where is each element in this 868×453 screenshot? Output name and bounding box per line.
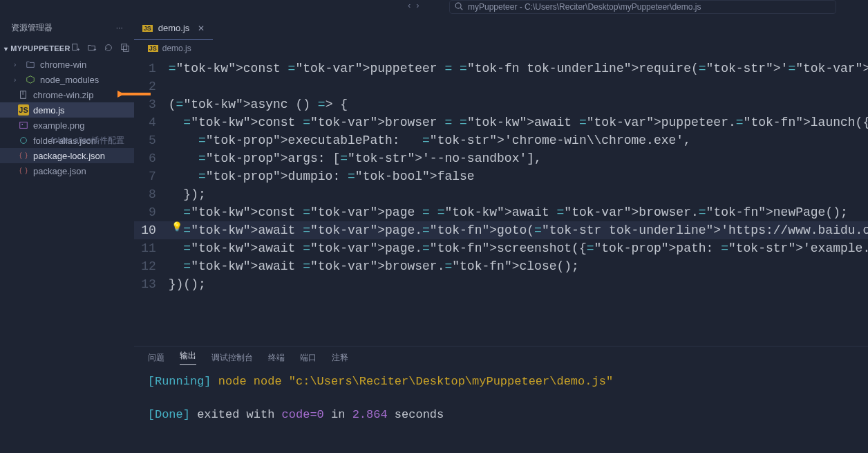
project-actions [70, 43, 130, 55]
explorer-title: 资源管理器 [11, 22, 53, 34]
line-number: 1 [134, 59, 169, 77]
project-name: MYPUPPETEER [10, 44, 70, 53]
code-line[interactable]: 13})(); [134, 275, 868, 293]
panel-tab[interactable]: 问题 [148, 352, 164, 364]
collapse-all-icon[interactable] [120, 43, 130, 55]
code-line[interactable]: 8 }); [134, 185, 868, 203]
js-icon: JS [18, 104, 29, 115]
tree-file[interactable]: folder-alias.jsonfolder alias插件配置 [0, 133, 134, 148]
panel-tabs: 问题输出调试控制台终端端口注释 [134, 346, 868, 369]
project-header[interactable]: ▾ MYPUPPETEER [0, 40, 134, 57]
code-area[interactable]: 💡 1="tok-kw">const ="tok-var">puppeteer … [134, 57, 868, 346]
svg-point-0 [455, 3, 461, 8]
code-line[interactable]: 4 ="tok-kw">const ="tok-var">browser = =… [134, 113, 868, 131]
lightbulb-icon[interactable]: 💡 [171, 221, 182, 232]
nm-icon [25, 74, 36, 85]
main: 资源管理器 ··· ▾ MYPUPPETEER ›chrome-win›node… [0, 15, 868, 453]
tree-file[interactable]: JSdemo.js [0, 102, 134, 118]
output-done-label: [Done] [148, 408, 190, 421]
tree-item-hint: folder alias插件配置 [51, 135, 124, 147]
svg-rect-7 [122, 44, 127, 49]
new-folder-icon[interactable] [87, 43, 97, 55]
line-number: 13 [134, 275, 169, 293]
tree-file[interactable]: package.json [0, 163, 134, 178]
json2-icon [18, 150, 29, 161]
panel-tab[interactable]: 端口 [300, 352, 317, 364]
explorer-header: 资源管理器 ··· [0, 15, 134, 40]
svg-rect-8 [123, 46, 129, 51]
code-line[interactable]: 6 ="tok-prop">args: [="tok-str">'--no-sa… [134, 149, 868, 167]
line-number: 4 [134, 113, 169, 131]
png-icon [18, 120, 29, 131]
editor-tab[interactable]: JSdemo.js✕ [134, 17, 214, 40]
output-cmd: node "c:\Users\Reciter\Desktop\myPuppete… [254, 375, 613, 388]
line-number: 3 [134, 95, 169, 113]
chevron-down-icon: ▾ [4, 45, 8, 53]
tree-item-label: chrome-win [40, 59, 86, 70]
code-line[interactable]: 1="tok-kw">const ="tok-var">puppeteer = … [134, 59, 868, 77]
tree-folder[interactable]: ›node_modules [0, 72, 134, 87]
breadcrumb-text: demo.js [162, 44, 191, 53]
code-line[interactable]: 5 ="tok-prop">executablePath: ="tok-str"… [134, 131, 868, 149]
line-number: 7 [134, 167, 169, 185]
panel-output[interactable]: [Running] node node "c:\Users\Reciter\De… [134, 369, 868, 428]
svg-rect-12 [20, 122, 28, 129]
panel-tab[interactable]: 注释 [332, 352, 348, 364]
breadcrumb[interactable]: JS demo.js [134, 40, 868, 57]
output-running-label: [Running] [148, 375, 211, 388]
nav-forward-icon[interactable]: › [416, 0, 419, 10]
js-icon: JS [142, 25, 153, 32]
line-number: 2 [134, 77, 169, 95]
more-icon[interactable]: ··· [116, 23, 123, 33]
panel-tab[interactable]: 输出 [180, 350, 196, 365]
tree-item-label: node_modules [40, 75, 99, 85]
code-line[interactable]: 2 [134, 77, 868, 95]
line-number: 11 [134, 239, 169, 257]
close-icon[interactable]: ✕ [198, 24, 205, 33]
tree-item-label: example.png [33, 120, 84, 131]
line-number: 12 [134, 257, 169, 275]
svg-point-13 [21, 124, 23, 125]
panel-tab[interactable]: 调试控制台 [211, 352, 253, 364]
code-line[interactable]: 9 ="tok-kw">const ="tok-var">page = ="to… [134, 203, 868, 221]
refresh-icon[interactable] [104, 43, 113, 55]
tree-item-label: chrome-win.zip [33, 90, 93, 100]
line-number: 8 [134, 185, 169, 203]
editor-tabs: JSdemo.js✕ [134, 15, 868, 40]
chevron-right-icon: › [14, 61, 21, 68]
code-line[interactable]: 7 ="tok-prop">dumpio: ="tok-bool">false [134, 167, 868, 185]
json2-icon [18, 165, 29, 176]
svg-rect-2 [72, 44, 77, 50]
json-icon [18, 135, 29, 146]
tree-file[interactable]: chrome-win.zip [0, 87, 134, 102]
tree-item-label: package-lock.json [33, 151, 105, 161]
code-line[interactable]: 12 ="tok-kw">await ="tok-var">browser.="… [134, 257, 868, 275]
line-number: 10 [134, 221, 169, 239]
bottom-panel: 问题输出调试控制台终端端口注释 [Running] node node "c:\… [134, 346, 868, 453]
tree-folder[interactable]: ›chrome-win [0, 57, 134, 72]
search-icon [454, 1, 464, 13]
line-number: 9 [134, 203, 169, 221]
tree-file[interactable]: example.png [0, 118, 134, 133]
chevron-right-icon: › [14, 76, 21, 84]
code-line[interactable]: 3(="tok-kw">async () => { [134, 95, 868, 113]
panel-tab[interactable]: 终端 [268, 352, 285, 364]
new-file-icon[interactable] [70, 43, 80, 55]
js-icon: JS [148, 45, 158, 52]
path-box[interactable]: myPuppeteer - C:\Users\Reciter\Desktop\m… [449, 0, 836, 14]
svg-point-14 [21, 138, 27, 144]
editor-area: JSdemo.js✕ JS demo.js 💡 1="tok-kw">const… [134, 15, 868, 453]
nav-back-icon[interactable]: ‹ [408, 0, 411, 10]
svg-line-1 [460, 8, 462, 10]
tree-item-label: demo.js [33, 105, 65, 115]
file-tree: ›chrome-win›node_moduleschrome-win.zipJS… [0, 57, 134, 178]
nav-arrows: ‹ › [408, 0, 419, 10]
explorer-sidebar: 资源管理器 ··· ▾ MYPUPPETEER ›chrome-win›node… [0, 15, 134, 453]
folder-icon [25, 59, 36, 70]
code-line[interactable]: 10 ="tok-kw">await ="tok-var">page.="tok… [134, 221, 868, 239]
path-text: myPuppeteer - C:\Users\Reciter\Desktop\m… [468, 2, 701, 12]
zip-icon [18, 89, 29, 100]
code-line[interactable]: 11 ="tok-kw">await ="tok-var">page.="tok… [134, 239, 868, 257]
title-bar: ‹ › myPuppeteer - C:\Users\Reciter\Deskt… [0, 0, 868, 15]
tree-file[interactable]: package-lock.json [0, 148, 134, 163]
